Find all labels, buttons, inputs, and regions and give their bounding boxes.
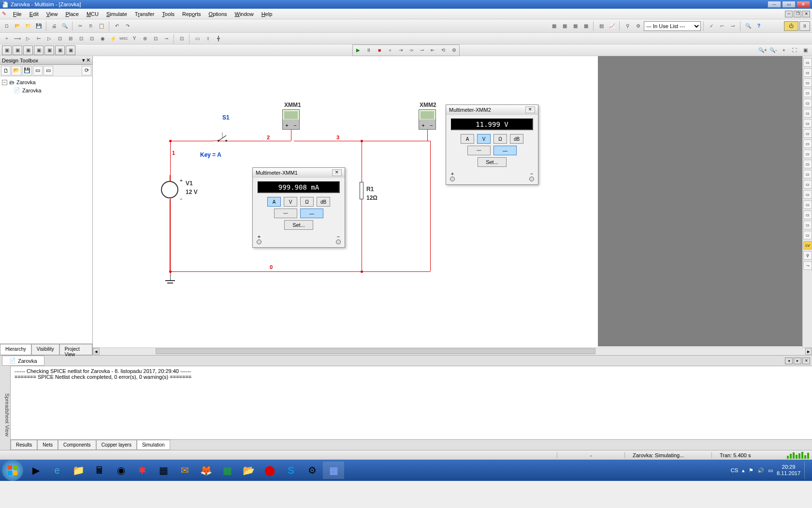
place-mcu-button[interactable]: ⊡	[177, 34, 187, 44]
tab-scroll-right[interactable]: ▸	[794, 358, 801, 364]
maximize-button[interactable]: ▭	[782, 1, 796, 8]
xmm2-window[interactable]: Multimeter-XMM2 ✕ 11.999 V A V Ω dB 〰 — …	[446, 105, 538, 185]
place-misc-button[interactable]: MISC	[119, 34, 129, 44]
forward-annotate-button[interactable]: ⤻	[728, 21, 738, 31]
wire[interactable]	[430, 141, 431, 271]
xmm1-mode-v[interactable]: V	[284, 197, 297, 207]
place-transistor-button[interactable]: ⊢	[34, 34, 44, 44]
doc-tab-zarovka[interactable]: 📄 Zarovka	[2, 356, 44, 366]
simulation-log[interactable]: ------ Checking SPICE netlist for Zarovk…	[11, 366, 812, 439]
settings-button[interactable]: ⚙	[449, 45, 459, 55]
wire[interactable]	[427, 130, 428, 141]
tray-lang[interactable]: CS	[731, 467, 738, 473]
step-over-button[interactable]: ⤼	[406, 45, 416, 55]
xmm2-mode-a[interactable]: A	[461, 134, 474, 144]
multimeter-xmm1-icon[interactable]: +−	[282, 109, 300, 130]
sim-switch-on[interactable]: ⏻	[784, 21, 798, 31]
voltage-source-v1[interactable]	[161, 181, 178, 198]
place-misc-digital-button[interactable]: ⊡	[76, 34, 86, 44]
taskbar-multisim[interactable]: ▦	[323, 462, 344, 479]
place-diode-button[interactable]: ▷	[23, 34, 33, 44]
taskbar-folder[interactable]: 📂	[238, 462, 259, 479]
menu-options[interactable]: Options	[205, 10, 231, 18]
view-btn-7[interactable]: ▣	[66, 45, 75, 55]
view-btn-5[interactable]: ▣	[44, 45, 54, 55]
instr-iv[interactable]: ▭	[803, 160, 812, 168]
wire[interactable]	[362, 141, 430, 141]
xmm1-mode-db[interactable]: dB	[317, 197, 330, 207]
taskbar-ie[interactable]: e	[46, 462, 68, 479]
xmm2-mode-v[interactable]: V	[477, 134, 491, 144]
component-list-select[interactable]: --- In Use List ---	[644, 21, 701, 31]
taskbar-chrome[interactable]: ◉	[110, 462, 131, 479]
xmm1-mode-a[interactable]: A	[267, 197, 281, 207]
tree-child[interactable]: 📄 Zarovka	[2, 86, 90, 94]
new-design-button[interactable]: 🗋	[1, 66, 11, 75]
wire[interactable]	[218, 141, 291, 141]
taskbar-skype[interactable]: S	[280, 462, 302, 479]
xmm2-close-button[interactable]: ✕	[525, 106, 535, 113]
tab-hierarchy[interactable]: Hierarchy	[0, 344, 31, 355]
instr-4ch-scope[interactable]: ▭	[803, 99, 812, 107]
panel-close-icon[interactable]: ✕	[86, 57, 90, 63]
open-samples-button[interactable]: 📁	[23, 21, 33, 31]
xmm2-set-button[interactable]: Set...	[478, 157, 507, 167]
design-tree[interactable]: − 🗁 Zarovka 📄 Zarovka	[0, 76, 92, 344]
zoom-out-button[interactable]: 🔍-	[768, 45, 778, 55]
back-annotate-button[interactable]: ⤺	[717, 21, 727, 31]
bus-button[interactable]: ⫴	[203, 34, 213, 44]
taskbar-acrobat[interactable]: ⬤	[259, 462, 280, 479]
instr-spec[interactable]: ▭	[803, 180, 812, 189]
tray-show-hidden-icon[interactable]: ▴	[742, 467, 745, 474]
wire[interactable]	[362, 141, 362, 182]
taskbar-media-player[interactable]: ▶	[25, 462, 46, 479]
save-button[interactable]: 💾	[34, 21, 44, 31]
taskbar-calc[interactable]: 🖩	[89, 462, 110, 479]
multimeter-xmm2-icon[interactable]: +−	[419, 109, 436, 130]
tray-clock[interactable]: 20:29 8.11.2017	[777, 464, 800, 477]
stop-button[interactable]: ■	[375, 45, 384, 55]
menu-place[interactable]: Place	[61, 10, 83, 18]
menu-tools[interactable]: Tools	[158, 10, 178, 18]
instr-ag-mm[interactable]: ▭	[803, 210, 812, 219]
tray-volume-icon[interactable]: 🔊	[757, 467, 764, 474]
place-power-button[interactable]: ⚡	[108, 34, 118, 44]
junction[interactable]	[361, 140, 363, 142]
spreadsheet-view-tab[interactable]: Spreadsheet View ✕	[0, 366, 11, 450]
instr-word[interactable]: ▭	[803, 129, 812, 138]
fullscreen-button[interactable]: ▣	[800, 45, 810, 55]
xmm1-ac-button[interactable]: 〰	[274, 209, 297, 218]
instr-wattmeter[interactable]: ▭	[803, 78, 812, 87]
log-tab-components[interactable]: Components	[58, 440, 96, 450]
show-desktop-button[interactable]	[804, 462, 808, 479]
copy-button[interactable]: ⎘	[86, 21, 96, 31]
tab-visibility[interactable]: Visibility	[31, 344, 59, 355]
place-electromec-button[interactable]: ⊕	[140, 34, 150, 44]
instr-fgen[interactable]: ▭	[803, 68, 812, 77]
switch-s1[interactable]	[214, 133, 228, 145]
instr-tk-scope[interactable]: ▭	[803, 231, 812, 239]
redo-button[interactable]: ↷	[123, 21, 132, 31]
schematic-canvas[interactable]: 1 2 3 0 S1 Key = A + − V1 12 V R1 12Ω	[93, 56, 812, 355]
wire[interactable]	[362, 199, 362, 271]
view-btn-4[interactable]: ▣	[34, 45, 44, 55]
mdi-minimize[interactable]: ─	[785, 11, 793, 17]
toggle-grid-button[interactable]: ▦	[549, 21, 559, 31]
place-cmos-button[interactable]: ⊞	[66, 34, 75, 44]
close-button[interactable]: ✕	[797, 1, 810, 8]
xmm1-mode-ohm[interactable]: Ω	[300, 197, 314, 207]
place-source-button[interactable]: ÷	[2, 34, 12, 44]
open-button[interactable]: 📂	[13, 21, 22, 31]
tree-root[interactable]: − 🗁 Zarovka	[2, 78, 90, 86]
log-tab-simulation[interactable]: Simulation	[137, 440, 170, 450]
tab-project-view[interactable]: Project View	[59, 344, 92, 355]
menu-view[interactable]: View	[43, 10, 62, 18]
junction[interactable]	[169, 140, 172, 142]
zoom-area-button[interactable]: ⌖	[779, 45, 789, 55]
new-button[interactable]: 🗋	[2, 21, 12, 31]
analysis-button[interactable]: ⚙	[633, 21, 643, 31]
cut-button[interactable]: ✂	[75, 21, 85, 31]
instr-logic-conv[interactable]: ▭	[803, 149, 812, 158]
mdi-close[interactable]: ✕	[802, 11, 810, 17]
view-btn-3[interactable]: ▣	[23, 45, 33, 55]
